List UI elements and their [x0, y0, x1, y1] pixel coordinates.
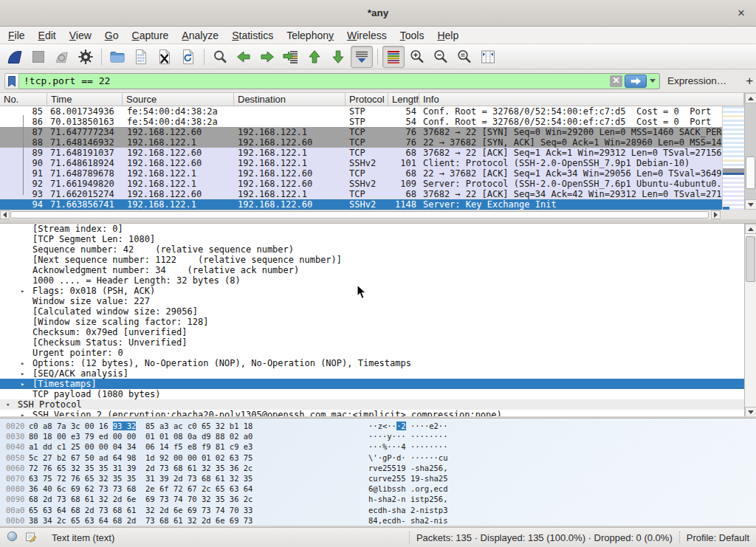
- detail-line-12[interactable]: Urgent pointer: 0: [0, 348, 756, 358]
- hex-bytes[interactable]: 68 2d 73 68 61 32 2d 6e 69 73 74 70 32 3…: [29, 494, 254, 504]
- open-file-icon[interactable]: [106, 46, 128, 68]
- packet-row-85[interactable]: 8568.001734936fe:54:00:d4:38:2aSTP54Conf…: [0, 106, 722, 117]
- clear-filter-icon[interactable]: ✕: [610, 75, 622, 87]
- capture-comment-icon[interactable]: [25, 531, 37, 545]
- detail-line-9[interactable]: [Window size scaling factor: 128]: [0, 317, 756, 327]
- zoom-in-icon[interactable]: [406, 46, 428, 68]
- ascii-selected-bytes[interactable]: ·2: [396, 422, 406, 430]
- filter-dropdown-caret-icon[interactable]: [650, 79, 656, 83]
- scrollbar-thumb[interactable]: [746, 236, 755, 282]
- zoom-out-icon[interactable]: [430, 46, 452, 68]
- detail-line-3[interactable]: [Next sequence number: 1122 (relative se…: [0, 255, 756, 265]
- column-header-protocol[interactable]: Protocol: [346, 93, 388, 106]
- scroll-up-icon[interactable]: [745, 93, 756, 103]
- go-first-icon[interactable]: [303, 46, 326, 68]
- detail-line-17[interactable]: ▾SSH Protocol: [0, 399, 756, 410]
- detail-line-10[interactable]: Checksum: 0x79ed [unverified]: [0, 327, 756, 337]
- expression-button[interactable]: Expression…: [667, 75, 726, 86]
- hex-bytes[interactable]: 38 34 2c 65 63 64 68 2d 73 68 61 32 2d 6…: [29, 515, 254, 526]
- scroll-left-icon[interactable]: [0, 210, 10, 219]
- go-last-icon[interactable]: [327, 46, 349, 68]
- packet-row-92[interactable]: 9271.661949820192.168.122.1192.168.122.6…: [0, 179, 722, 189]
- detail-vertical-scrollbar[interactable]: [744, 224, 756, 416]
- detail-line-14[interactable]: ▸[SEQ/ACK analysis]: [0, 368, 756, 379]
- hex-bytes[interactable]: c0 a8 7a 3c 00 16 93 32 85 a3 ac c0 65 3…: [29, 421, 254, 431]
- find-packet-icon[interactable]: [209, 46, 231, 68]
- packet-row-87[interactable]: 8771.647777234192.168.122.60192.168.122.…: [0, 127, 722, 137]
- hex-ascii[interactable]: rve25519 -sha256,: [368, 463, 447, 473]
- packet-row-86[interactable]: 8670.013850163fe:54:00:d4:38:2aSTP54Conf…: [0, 117, 722, 127]
- column-header-source[interactable]: Source: [123, 93, 234, 106]
- hex-row-0090[interactable]: 009068 2d 73 68 61 32 2d 6e 69 73 74 70 …: [0, 494, 756, 504]
- hex-bytes[interactable]: 36 40 6c 69 62 73 73 68 2e 6f 72 67 2c 6…: [29, 484, 254, 494]
- detail-line-16[interactable]: TCP payload (1080 bytes): [0, 389, 756, 399]
- detail-line-18[interactable]: ▸SSH Version 2 (encryption:chacha20-poly…: [0, 410, 756, 416]
- column-header-destination[interactable]: Destination: [234, 93, 346, 106]
- hex-bytes[interactable]: 72 76 65 32 35 35 31 39 2d 73 68 61 32 3…: [29, 463, 254, 473]
- packet-row-88[interactable]: 8871.648146932192.168.122.1192.168.122.6…: [0, 137, 722, 148]
- menu-telephony[interactable]: Telephony: [280, 28, 340, 43]
- menu-edit[interactable]: Edit: [32, 28, 63, 43]
- zoom-reset-icon[interactable]: [453, 46, 475, 68]
- hex-row-00a0[interactable]: 00a065 63 64 68 2d 73 68 61 32 2d 6e 69 …: [0, 505, 756, 515]
- expander-closed-icon[interactable]: ▸: [21, 379, 24, 389]
- hex-ascii[interactable]: curve255 19-sha25: [368, 473, 447, 484]
- close-file-icon[interactable]: [154, 46, 176, 68]
- expander-closed-icon[interactable]: ▸: [21, 358, 24, 368]
- column-header-time[interactable]: Time: [47, 93, 123, 106]
- scroll-down-icon[interactable]: [745, 407, 756, 416]
- hex-ascii[interactable]: ecdh-sha 2-nistp3: [368, 505, 447, 515]
- detail-line-2[interactable]: Sequence number: 42 (relative sequence n…: [0, 244, 756, 255]
- close-window-icon[interactable]: ×: [734, 6, 749, 21]
- menu-wireless[interactable]: Wireless: [340, 28, 394, 43]
- menu-help[interactable]: Help: [430, 28, 465, 43]
- detail-line-15[interactable]: ▸[Timestamps]: [0, 379, 756, 389]
- expert-info-icon[interactable]: [7, 531, 18, 544]
- colorize-icon[interactable]: [382, 46, 405, 68]
- hex-bytes[interactable]: 63 75 72 76 65 32 35 35 31 39 2d 73 68 6…: [29, 473, 254, 484]
- packet-row-89[interactable]: 8971.648191037192.168.122.60192.168.122.…: [0, 148, 722, 158]
- expander-closed-icon[interactable]: ▸: [21, 286, 24, 296]
- restart-capture-icon[interactable]: [51, 46, 73, 68]
- hex-bytes[interactable]: a1 dd c1 25 00 00 04 34 06 14 f5 e8 f9 8…: [29, 441, 254, 452]
- menu-statistics[interactable]: Statistics: [225, 28, 280, 43]
- detail-line-1[interactable]: [TCP Segment Len: 1080]: [0, 234, 756, 244]
- go-back-icon[interactable]: [233, 46, 255, 68]
- column-header-no[interactable]: No.: [0, 93, 47, 106]
- scrollbar-thumb[interactable]: [746, 156, 755, 189]
- hex-row-0050[interactable]: 00505c 27 b2 67 50 ad 64 98 1d 92 00 00 …: [0, 453, 756, 463]
- hex-row-0030[interactable]: 003080 18 00 e3 79 ed 00 00 01 01 08 0a …: [0, 431, 756, 441]
- packet-row-91[interactable]: 9171.648789678192.168.122.1192.168.122.6…: [0, 168, 722, 179]
- detail-line-5[interactable]: 1000 .... = Header Length: 32 bytes (8): [0, 275, 756, 286]
- display-filter-input[interactable]: !tcp.port == 22 ✕: [19, 73, 660, 89]
- hex-bytes[interactable]: 80 18 00 e3 79 ed 00 00 01 01 08 0a d9 8…: [29, 431, 254, 441]
- scrollbar-thumb[interactable]: [10, 211, 709, 219]
- auto-scroll-icon[interactable]: [351, 46, 373, 68]
- profile-selector[interactable]: Profile: Default: [687, 532, 749, 543]
- hex-row-0080[interactable]: 008036 40 6c 69 62 73 73 68 2e 6f 72 67 …: [0, 484, 756, 494]
- hex-ascii[interactable]: \'·gP·d· ······cu: [368, 453, 447, 463]
- detail-line-11[interactable]: [Checksum Status: Unverified]: [0, 337, 756, 348]
- detail-line-13[interactable]: ▸Options: (12 bytes), No-Operation (NOP)…: [0, 358, 756, 368]
- hex-selected-bytes[interactable]: 93 32: [113, 422, 137, 430]
- hex-ascii[interactable]: h-sha2-n istp256,: [368, 494, 447, 504]
- packet-row-93[interactable]: 9371.662015274192.168.122.60192.168.122.…: [0, 189, 722, 199]
- menu-capture[interactable]: Capture: [126, 28, 176, 43]
- expander-closed-icon[interactable]: ▸: [21, 368, 24, 379]
- menu-tools[interactable]: Tools: [394, 28, 431, 43]
- intelligent-scrollbar-minimap[interactable]: [722, 106, 744, 210]
- hex-ascii[interactable]: ····y··· ········: [368, 431, 447, 441]
- save-file-icon[interactable]: 010101100011: [130, 46, 152, 68]
- apply-filter-icon[interactable]: [625, 75, 647, 88]
- column-header-length[interactable]: Length: [388, 93, 419, 106]
- detail-line-8[interactable]: [Calculated window size: 29056]: [0, 306, 756, 317]
- menu-analyze[interactable]: Analyze: [175, 28, 225, 43]
- expander-open-icon[interactable]: ▾: [6, 399, 10, 410]
- scroll-down-icon[interactable]: [745, 199, 756, 210]
- hex-ascii[interactable]: ···%···4 ········: [368, 441, 447, 452]
- hex-row-00b0[interactable]: 00b038 34 2c 65 63 64 68 2d 73 68 61 32 …: [0, 515, 756, 526]
- hex-ascii[interactable]: ··z<···2 ····e2··: [368, 421, 448, 431]
- hex-bytes[interactable]: 5c 27 b2 67 50 ad 64 98 1d 92 00 00 01 0…: [29, 453, 254, 463]
- menu-file[interactable]: File: [1, 28, 32, 43]
- filter-text[interactable]: !tcp.port == 22: [19, 75, 610, 86]
